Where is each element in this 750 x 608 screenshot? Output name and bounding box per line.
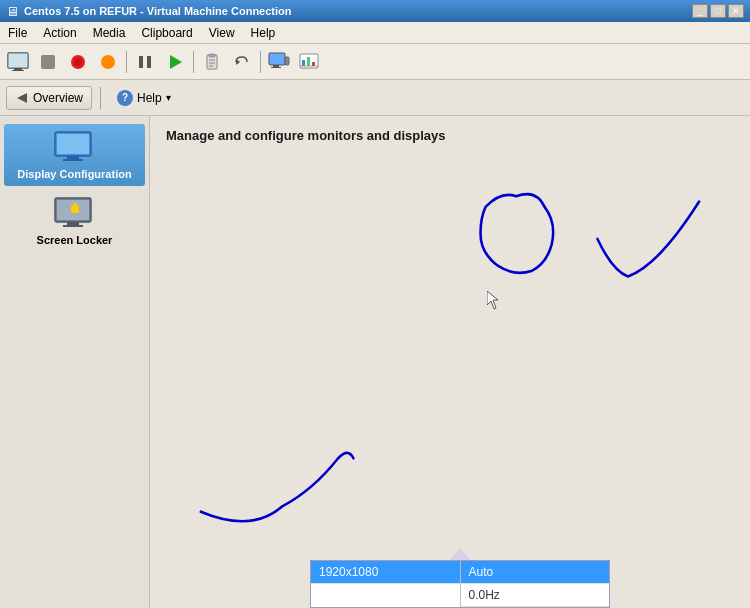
screen-locker-label: Screen Locker: [37, 234, 113, 246]
svg-rect-29: [67, 156, 79, 159]
svg-rect-20: [285, 57, 289, 65]
menu-view[interactable]: View: [201, 22, 243, 43]
panel-triangle: [450, 548, 470, 560]
clipboard-toolbar-btn[interactable]: [198, 48, 226, 76]
screen-toolbar-btn[interactable]: [4, 48, 32, 76]
stop-toolbar-btn[interactable]: [34, 48, 62, 76]
svg-rect-34: [63, 225, 83, 227]
svg-rect-19: [271, 67, 281, 68]
overview-button[interactable]: Overview: [6, 86, 92, 110]
menu-file[interactable]: File: [0, 22, 35, 43]
refresh-col: Auto 0.0Hz: [460, 561, 610, 607]
svg-marker-10: [170, 55, 182, 69]
sidebar-item-screen-locker[interactable]: Screen Locker: [4, 190, 145, 252]
play-toolbar-btn[interactable]: [161, 48, 189, 76]
svg-rect-12: [209, 54, 215, 57]
toolbar-sep-3: [260, 51, 261, 73]
sidebar: Display Configuration Screen Locker: [0, 116, 150, 608]
svg-rect-22: [302, 60, 305, 66]
titlebar-icon: 🖥: [6, 4, 19, 19]
back-arrow-icon: [15, 91, 29, 105]
titlebar: 🖥 Centos 7.5 on REFUR - Virtual Machine …: [0, 0, 750, 22]
help-button[interactable]: ? Help ▾: [109, 86, 179, 110]
svg-rect-35: [71, 206, 79, 213]
cursor-indicator: [487, 291, 499, 303]
svg-marker-16: [236, 59, 240, 65]
nav-separator: [100, 87, 101, 109]
content-area: Manage and configure monitors and displa…: [150, 116, 750, 608]
svg-rect-3: [12, 70, 24, 71]
refresh-0hz[interactable]: 0.0Hz: [461, 584, 610, 607]
toolbar-sep-1: [126, 51, 127, 73]
menu-media[interactable]: Media: [85, 22, 134, 43]
svg-rect-8: [139, 56, 143, 68]
resolution-col: 1920x1080: [311, 561, 460, 607]
svg-rect-30: [63, 159, 83, 161]
pause-toolbar-btn[interactable]: [131, 48, 159, 76]
content-title: Manage and configure monitors and displa…: [166, 128, 734, 143]
toolbar-sep-2: [193, 51, 194, 73]
svg-rect-23: [307, 57, 310, 66]
record-toolbar-btn[interactable]: [64, 48, 92, 76]
titlebar-text: Centos 7.5 on REFUR - Virtual Machine Co…: [24, 5, 690, 17]
svg-point-6: [74, 58, 82, 66]
help-icon: ?: [117, 90, 133, 106]
bottom-panel: 1920x1080 Auto 0.0Hz: [310, 548, 610, 608]
menu-help[interactable]: Help: [243, 22, 284, 43]
maximize-button[interactable]: □: [710, 4, 726, 18]
svg-rect-24: [312, 62, 315, 66]
display-config-label: Display Configuration: [17, 168, 131, 180]
stats-toolbar-btn[interactable]: [295, 48, 323, 76]
minimize-button[interactable]: _: [692, 4, 708, 18]
menu-action[interactable]: Action: [35, 22, 84, 43]
refresh-auto[interactable]: Auto: [461, 561, 610, 584]
svg-marker-36: [487, 291, 498, 309]
help-arrow-icon: ▾: [166, 92, 171, 103]
menubar: File Action Media Clipboard View Help: [0, 22, 750, 44]
undo-toolbar-btn[interactable]: [228, 48, 256, 76]
svg-rect-2: [14, 68, 22, 70]
svg-rect-18: [273, 65, 279, 67]
menu-clipboard[interactable]: Clipboard: [133, 22, 200, 43]
svg-rect-9: [147, 56, 151, 68]
drawing-overlay: [150, 116, 750, 608]
svg-rect-1: [8, 53, 28, 68]
display-config-icon: [51, 130, 99, 166]
svg-marker-26: [17, 93, 27, 103]
svg-point-7: [101, 55, 115, 69]
sidebar-item-display-config[interactable]: Display Configuration: [4, 124, 145, 186]
orange-toolbar-btn[interactable]: [94, 48, 122, 76]
svg-rect-28: [57, 134, 89, 154]
main-area: Display Configuration Screen Locker Mana…: [0, 116, 750, 608]
toolbar: [0, 44, 750, 80]
overview-label: Overview: [33, 91, 83, 105]
screen-locker-icon: [51, 196, 99, 232]
svg-rect-17: [269, 53, 285, 65]
panel-body: 1920x1080 Auto 0.0Hz: [310, 560, 610, 608]
close-button[interactable]: ✕: [728, 4, 744, 18]
display-toolbar-btn[interactable]: [265, 48, 293, 76]
svg-rect-4: [41, 55, 55, 69]
resolution-option-1080[interactable]: 1920x1080: [311, 561, 460, 584]
navbar: Overview ? Help ▾: [0, 80, 750, 116]
help-label: Help: [137, 91, 162, 105]
svg-rect-33: [67, 222, 79, 225]
